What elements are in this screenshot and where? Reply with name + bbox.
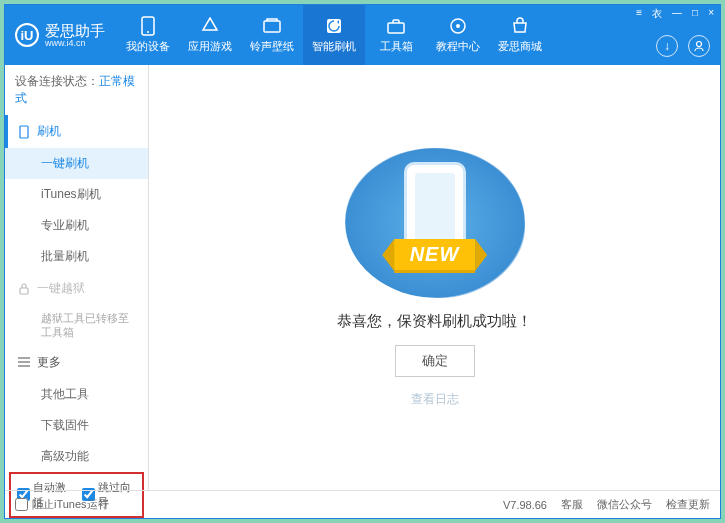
logo: iU 爱思助手 www.i4.cn <box>5 23 117 48</box>
success-illustration: NEW <box>345 148 525 298</box>
shop-icon <box>510 16 530 36</box>
new-banner: NEW <box>394 239 476 270</box>
sidebar-item-itunes-flash[interactable]: iTunes刷机 <box>5 179 148 210</box>
svg-rect-8 <box>20 126 28 138</box>
connection-status: 设备连接状态：正常模式 <box>5 65 148 115</box>
nav-wallpaper[interactable]: 铃声壁纸 <box>241 5 303 65</box>
section-title: 更多 <box>37 354 61 371</box>
svg-rect-2 <box>264 21 280 32</box>
svg-rect-4 <box>388 23 404 33</box>
section-flash[interactable]: 刷机 <box>5 115 148 148</box>
logo-icon: iU <box>15 23 39 47</box>
app-url: www.i4.cn <box>45 38 105 48</box>
skin-icon[interactable]: 衣 <box>650 7 664 21</box>
maximize-button[interactable]: □ <box>690 7 700 21</box>
phone-icon <box>17 125 31 139</box>
more-icon <box>17 355 31 369</box>
success-message: 恭喜您，保资料刷机成功啦！ <box>337 312 532 331</box>
phone-icon <box>138 16 158 36</box>
nav-label: 爱思商城 <box>498 39 542 54</box>
minimize-button[interactable]: — <box>670 7 684 21</box>
nav-flash[interactable]: 智能刷机 <box>303 5 365 65</box>
app-window: ≡ 衣 — □ × iU 爱思助手 www.i4.cn 我的设备 应用游戏 <box>4 4 721 519</box>
wallpaper-icon <box>262 16 282 36</box>
nav-shop[interactable]: 爱思商城 <box>489 5 551 65</box>
sidebar-item-batch-flash[interactable]: 批量刷机 <box>5 241 148 272</box>
main-content: NEW 恭喜您，保资料刷机成功啦！ 确定 查看日志 <box>149 65 720 490</box>
window-controls: ≡ 衣 — □ × <box>634 7 716 21</box>
svg-rect-9 <box>20 288 28 294</box>
apps-icon <box>200 16 220 36</box>
nav-label: 我的设备 <box>126 39 170 54</box>
nav-apps[interactable]: 应用游戏 <box>179 5 241 65</box>
status-label: 设备连接状态： <box>15 74 99 88</box>
nav-label: 工具箱 <box>380 39 413 54</box>
wechat-link[interactable]: 微信公众号 <box>597 497 652 512</box>
nav-tutorial[interactable]: 教程中心 <box>427 5 489 65</box>
sidebar-item-advanced[interactable]: 高级功能 <box>5 441 148 472</box>
navbar: 我的设备 应用游戏 铃声壁纸 智能刷机 工具箱 教程中心 <box>117 5 720 65</box>
sidebar-item-download-firmware[interactable]: 下载固件 <box>5 410 148 441</box>
user-button[interactable] <box>688 35 710 57</box>
sidebar-item-pro-flash[interactable]: 专业刷机 <box>5 210 148 241</box>
checkbox-label: 阻止iTunes运行 <box>32 497 109 512</box>
section-more[interactable]: 更多 <box>5 346 148 379</box>
nav-my-device[interactable]: 我的设备 <box>117 5 179 65</box>
toolbox-icon <box>386 16 406 36</box>
menu-icon[interactable]: ≡ <box>634 7 644 21</box>
flash-icon <box>324 16 344 36</box>
footer-right: V7.98.66 客服 微信公众号 检查更新 <box>503 497 710 512</box>
section-title: 一键越狱 <box>37 280 85 297</box>
sidebar: 设备连接状态：正常模式 刷机 一键刷机 iTunes刷机 专业刷机 批量刷机 一… <box>5 65 149 490</box>
section-jailbreak[interactable]: 一键越狱 <box>5 272 148 305</box>
header: ≡ 衣 — □ × iU 爱思助手 www.i4.cn 我的设备 应用游戏 <box>5 5 720 65</box>
svg-point-7 <box>697 42 702 47</box>
nav-label: 教程中心 <box>436 39 480 54</box>
lock-icon <box>17 282 31 296</box>
nav-label: 铃声壁纸 <box>250 39 294 54</box>
header-actions: ↓ <box>656 35 710 57</box>
jailbreak-note: 越狱工具已转移至工具箱 <box>5 305 148 346</box>
section-title: 刷机 <box>37 123 61 140</box>
device-row[interactable]: iPhone 12 mini <box>5 518 148 523</box>
checkbox-input[interactable] <box>15 498 28 511</box>
svg-point-6 <box>456 24 460 28</box>
sidebar-item-other-tools[interactable]: 其他工具 <box>5 379 148 410</box>
body: 设备连接状态：正常模式 刷机 一键刷机 iTunes刷机 专业刷机 批量刷机 一… <box>5 65 720 490</box>
update-link[interactable]: 检查更新 <box>666 497 710 512</box>
ok-button[interactable]: 确定 <box>395 345 475 377</box>
close-button[interactable]: × <box>706 7 716 21</box>
view-log-link[interactable]: 查看日志 <box>411 391 459 408</box>
nav-toolbox[interactable]: 工具箱 <box>365 5 427 65</box>
tutorial-icon <box>448 16 468 36</box>
version-label: V7.98.66 <box>503 499 547 511</box>
support-link[interactable]: 客服 <box>561 497 583 512</box>
svg-point-1 <box>147 31 149 33</box>
download-button[interactable]: ↓ <box>656 35 678 57</box>
sidebar-item-oneclick-flash[interactable]: 一键刷机 <box>5 148 148 179</box>
footer: 阻止iTunes运行 V7.98.66 客服 微信公众号 检查更新 <box>5 490 720 518</box>
nav-label: 智能刷机 <box>312 39 356 54</box>
app-name: 爱思助手 <box>45 23 105 38</box>
checkbox-block-itunes[interactable]: 阻止iTunes运行 <box>15 497 109 512</box>
nav-label: 应用游戏 <box>188 39 232 54</box>
